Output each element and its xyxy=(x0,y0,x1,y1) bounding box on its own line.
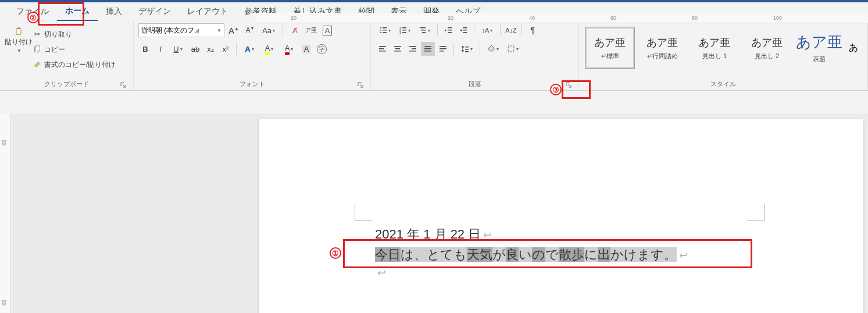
svg-rect-35 xyxy=(424,48,431,49)
group-label-paragraph: 段落 xyxy=(376,78,574,90)
svg-rect-29 xyxy=(395,48,400,49)
decrease-font-button[interactable]: A▼ xyxy=(243,23,257,37)
change-case-button[interactable]: Aa▾ xyxy=(259,23,278,37)
margin-marker xyxy=(747,204,765,221)
shading-button[interactable]: ▾ xyxy=(484,42,502,56)
borders-button[interactable]: ▾ xyxy=(503,42,522,56)
subscript-button[interactable]: x₂ xyxy=(203,42,217,56)
svg-rect-37 xyxy=(440,46,446,47)
phonetic-guide-button[interactable]: ア亜 xyxy=(304,23,318,37)
group-label-clipboard: クリップボード xyxy=(5,78,128,90)
italic-button[interactable]: I xyxy=(153,42,167,56)
strikethrough-button[interactable]: ab xyxy=(188,42,202,56)
svg-text:3: 3 xyxy=(399,31,401,34)
svg-rect-40 xyxy=(465,47,469,48)
highlight-button[interactable]: A▾ xyxy=(260,42,278,56)
show-marks-button[interactable]: ¶ xyxy=(526,23,540,37)
numbering-button[interactable]: 123▾ xyxy=(395,23,414,37)
horizontal-ruler[interactable]: 20 20 40 60 80 100 xyxy=(256,13,868,23)
svg-rect-1 xyxy=(17,27,20,29)
svg-point-4 xyxy=(380,27,381,29)
brush-icon xyxy=(33,60,42,69)
svg-point-6 xyxy=(380,30,381,31)
text-effects-button[interactable]: A▾ xyxy=(240,42,259,56)
svg-rect-22 xyxy=(463,27,467,29)
vertical-ruler[interactable]: 20 20 xyxy=(0,113,10,313)
font-color-button[interactable]: A▾ xyxy=(280,42,298,56)
font-name-select[interactable]: 游明朝 (本文のフォ▼ xyxy=(138,23,224,37)
group-label-font: フォント xyxy=(138,78,366,90)
text-line-selected[interactable]: 今日は、とても天気が良いので散歩に出かけます。↩ xyxy=(375,244,688,265)
svg-rect-0 xyxy=(16,29,21,35)
align-center-button[interactable] xyxy=(391,42,405,56)
paragraph-mark-icon: ↩ xyxy=(679,250,688,261)
page[interactable]: 2021 年 1 月 22 日↩ 今日は、とても天気が良いので散歩に出かけます。… xyxy=(259,119,863,313)
svg-rect-34 xyxy=(424,46,431,47)
line-spacing-button[interactable]: ▾ xyxy=(458,42,476,56)
tab-layout[interactable]: レイアウト xyxy=(179,3,236,20)
svg-rect-15 xyxy=(402,32,406,33)
svg-rect-27 xyxy=(379,51,386,52)
svg-rect-32 xyxy=(412,48,416,49)
clear-format-button[interactable]: A̸ xyxy=(288,23,302,37)
paragraph-mark-icon: ↩ xyxy=(377,265,688,282)
tab-insert[interactable]: 挿入 xyxy=(98,3,130,20)
clipboard-launcher[interactable] xyxy=(119,81,127,89)
svg-rect-21 xyxy=(448,32,452,33)
svg-rect-25 xyxy=(379,46,386,47)
group-label-styles: スタイル xyxy=(584,78,863,90)
style-item[interactable]: あア亜見出し 1 xyxy=(690,27,740,69)
svg-rect-24 xyxy=(463,32,467,33)
copy-button[interactable]: コピー xyxy=(33,43,116,56)
svg-rect-9 xyxy=(383,32,387,33)
svg-rect-41 xyxy=(465,49,469,50)
paragraph-launcher[interactable] xyxy=(565,81,573,89)
increase-font-button[interactable]: A▲ xyxy=(227,23,241,37)
decrease-indent-button[interactable] xyxy=(441,23,455,37)
svg-rect-20 xyxy=(448,30,452,31)
align-left-button[interactable] xyxy=(376,42,390,56)
bullets-button[interactable]: ▾ xyxy=(376,23,394,37)
sort-button[interactable]: A↓Z xyxy=(504,23,518,37)
text-line[interactable]: 2021 年 1 月 22 日↩ xyxy=(375,224,688,244)
font-launcher[interactable] xyxy=(356,81,365,89)
multilevel-list-button[interactable]: ▾ xyxy=(415,23,434,37)
svg-rect-39 xyxy=(440,51,444,52)
clipboard-icon xyxy=(14,27,23,36)
superscript-button[interactable]: x² xyxy=(219,42,233,56)
enclose-char-button[interactable]: 字 xyxy=(315,42,328,56)
char-shading-button[interactable]: A xyxy=(299,42,313,56)
paste-button[interactable]: 貼り付け ▼ xyxy=(5,23,33,54)
style-item[interactable]: あア亜表題 xyxy=(794,27,844,69)
svg-rect-31 xyxy=(409,46,416,47)
svg-rect-17 xyxy=(421,30,426,31)
svg-rect-7 xyxy=(383,30,387,31)
align-justify-button[interactable] xyxy=(421,42,435,56)
document-area[interactable]: 2021 年 1 月 22 日↩ 今日は、とても天気が良いので散歩に出かけます。… xyxy=(12,113,868,313)
char-border-button[interactable]: A xyxy=(320,23,334,37)
text-direction-button[interactable]: ↕A▾ xyxy=(478,23,496,37)
style-item[interactable]: あア亜↵行間詰め xyxy=(637,27,687,69)
underline-button[interactable]: U▾ xyxy=(169,42,187,56)
distribute-button[interactable] xyxy=(436,42,450,56)
tab-home[interactable]: ホーム xyxy=(57,2,98,21)
increase-indent-button[interactable] xyxy=(456,23,470,37)
style-item[interactable]: あア亜見出し 2 xyxy=(742,27,792,69)
tab-design[interactable]: デザイン xyxy=(130,3,179,20)
svg-rect-13 xyxy=(402,30,406,31)
paragraph-mark-icon: ↩ xyxy=(483,229,492,241)
scissors-icon: ✂ xyxy=(33,30,42,39)
svg-rect-38 xyxy=(440,48,446,49)
svg-rect-30 xyxy=(394,51,401,52)
bold-button[interactable]: B xyxy=(138,42,152,56)
cut-button[interactable]: ✂ 切り取り xyxy=(33,28,116,41)
style-item[interactable]: あア亜↵標準 xyxy=(585,27,635,69)
svg-rect-5 xyxy=(383,27,387,29)
style-more[interactable]: あ xyxy=(846,27,860,69)
svg-rect-16 xyxy=(420,27,426,29)
svg-rect-36 xyxy=(424,51,431,52)
annotation-number: ① xyxy=(330,247,341,259)
chevron-down-icon: ▼ xyxy=(17,48,22,54)
align-right-button[interactable] xyxy=(406,42,420,56)
format-painter-button[interactable]: 書式のコピー/貼り付け xyxy=(33,58,116,71)
